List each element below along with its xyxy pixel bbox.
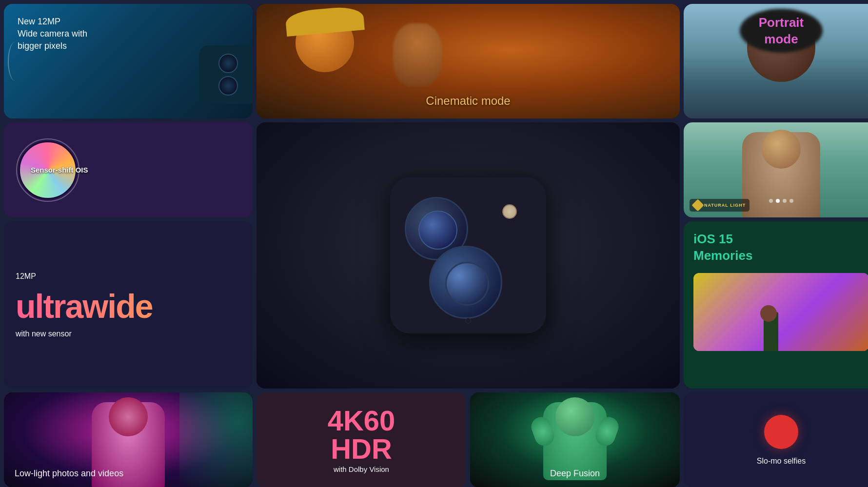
ultrawide-text: ultrawide ⌐: [16, 285, 250, 324]
deepfusion-label: Deep Fusion: [550, 468, 600, 479]
camera-lens-1-inner: [418, 211, 457, 250]
mic-dot: [465, 318, 471, 324]
hdr-main: 4K60 HDR: [328, 407, 395, 463]
ios15-title: iOS 15 Memories: [693, 231, 752, 264]
lens-bottom: [218, 76, 238, 96]
card-4k: 4K60 HDR with Dolby Vision: [256, 392, 466, 487]
camera-lens-3-inner: [445, 262, 489, 306]
cube-icon: [691, 199, 704, 211]
portrait-filter-bar: [769, 199, 793, 203]
filter-dot-4: [789, 199, 793, 203]
card-cinematic: Cinematic mode: [256, 4, 680, 118]
lens-top: [218, 54, 238, 73]
card-main-camera: [256, 122, 680, 389]
phone-shape: [131, 31, 253, 118]
natural-light-container: NATURAL LIGHT: [690, 199, 750, 212]
card-portrait-mode: Portrait mode: [684, 4, 868, 118]
filter-dot-3: [783, 199, 787, 203]
slomo-button: [764, 415, 798, 449]
natural-light-badge: NATURAL LIGHT: [704, 203, 746, 208]
filter-dot-2: [776, 199, 780, 203]
camera-flash: [502, 204, 517, 219]
filter-dot-1: [769, 199, 773, 203]
memories-photo: [693, 273, 868, 351]
camera-bump: [199, 45, 253, 104]
arc-decoration: [8, 42, 22, 81]
card-ultrawide: 12MP ultrawide ⌐ with new sensor: [4, 221, 253, 389]
cinematic-label: Cinematic mode: [426, 94, 510, 108]
lowlight-label: Low-light photos and videos: [15, 468, 123, 479]
card-natural-light: NATURAL LIGHT: [684, 122, 868, 217]
ultrawide-mp: 12MP: [16, 272, 36, 281]
card-lowlight: Low-light photos and videos: [4, 392, 253, 487]
svg-text:ultrawide: ultrawide: [16, 288, 153, 324]
card-slomo: Slo-mo selfies: [684, 392, 868, 487]
ultrawide-svg: ultrawide ⌐: [16, 285, 250, 324]
ultrawide-sub: with new sensor: [16, 330, 72, 338]
card-sensor: Sensor-shift OIS: [4, 122, 253, 217]
portrait-mode-label: Portrait mode: [759, 15, 804, 48]
card-deepfusion: Deep Fusion: [470, 392, 680, 487]
camera-module: [390, 177, 546, 333]
sensor-label: Sensor-shift OIS: [31, 166, 88, 175]
wide-camera-text: New 12MP Wide camera with bigger pixels: [18, 16, 87, 53]
slomo-label: Slo-mo selfies: [757, 457, 806, 466]
camera-closeup-bg: [256, 122, 680, 389]
card-ios15: iOS 15 Memories: [684, 221, 868, 389]
camera-lens-3: [429, 246, 502, 319]
hdr-sub: with Dolby Vision: [334, 465, 389, 473]
card-wide-camera: New 12MP Wide camera with bigger pixels: [4, 4, 253, 118]
main-grid: New 12MP Wide camera with bigger pixels …: [0, 0, 868, 487]
